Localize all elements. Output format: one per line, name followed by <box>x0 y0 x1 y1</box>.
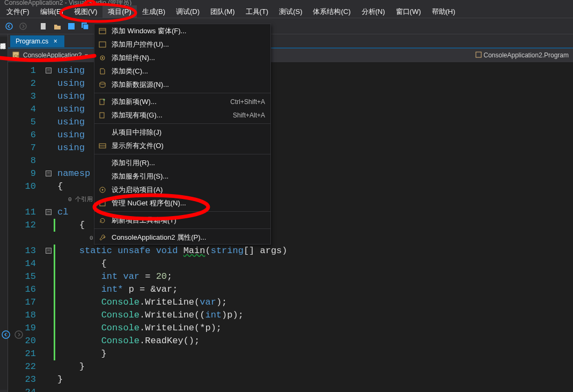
menu-item[interactable]: 管理 NuGet 程序包(N)... <box>94 196 270 210</box>
fold-gutter[interactable] <box>46 335 55 347</box>
fold-gutter[interactable] <box>46 219 55 232</box>
fold-gutter[interactable]: − <box>46 64 55 77</box>
code-line[interactable]: 4using <box>8 103 573 116</box>
menu-调试(D)[interactable]: 调试(D) <box>171 5 205 18</box>
new-file-icon[interactable] <box>38 20 49 32</box>
menu-item[interactable]: 从项目中排除(J) <box>94 125 270 139</box>
fold-gutter[interactable] <box>46 296 55 309</box>
menu-团队(M)[interactable]: 团队(M) <box>205 5 240 18</box>
code-line[interactable]: 18 Console.WriteLine((int)p); <box>8 309 573 322</box>
menu-分析(N)[interactable]: 分析(N) <box>356 5 391 18</box>
code-text[interactable]: { <box>55 257 107 270</box>
code-line[interactable]: 8 <box>8 154 573 167</box>
code-line[interactable]: 9−namesp <box>8 167 573 180</box>
menu-文件(F)[interactable]: 文件(F) <box>1 5 35 18</box>
code-line[interactable]: 23} <box>8 373 573 386</box>
fold-gutter[interactable] <box>46 322 55 335</box>
code-text[interactable]: } <box>55 360 85 373</box>
code-line[interactable]: 1−using <box>8 64 573 77</box>
code-text[interactable]: { <box>55 219 85 232</box>
code-text[interactable]: cl <box>55 206 68 219</box>
menu-工具(T)[interactable]: 工具(T) <box>240 5 274 18</box>
code-text[interactable]: using <box>55 90 85 103</box>
menu-生成(B)[interactable]: 生成(B) <box>137 5 171 18</box>
nav-back-button[interactable] <box>1 330 11 339</box>
code-line[interactable]: 22 } <box>8 360 573 373</box>
fold-gutter[interactable] <box>46 257 55 270</box>
code-line[interactable]: 24 <box>8 386 573 392</box>
breadcrumb-right[interactable]: ConsoleApplication2.Program <box>475 51 569 59</box>
code-line[interactable]: 10{ <box>8 180 573 193</box>
menu-item[interactable]: 设为启动项目(A) <box>94 183 270 196</box>
fold-gutter[interactable]: − <box>46 206 55 219</box>
fold-gutter[interactable] <box>46 373 55 386</box>
fold-gutter[interactable] <box>46 180 55 193</box>
code-text[interactable]: using <box>55 64 85 77</box>
code-text[interactable]: Console.ReadKey(); <box>55 335 200 347</box>
code-text[interactable]: int* p = &var; <box>55 283 178 296</box>
fold-gutter[interactable] <box>46 386 55 392</box>
code-text[interactable]: using <box>55 103 85 116</box>
save-icon[interactable] <box>65 20 77 32</box>
nav-back-icon[interactable] <box>3 20 15 32</box>
code-text[interactable]: namesp <box>55 167 90 180</box>
code-line[interactable]: 11−cl <box>8 206 573 219</box>
code-line[interactable]: 21 } <box>8 347 573 360</box>
menu-编辑(E)[interactable]: 编辑(E) <box>35 5 69 18</box>
code-text[interactable]: using <box>55 77 85 90</box>
code-line[interactable]: 15 int var = 20; <box>8 270 573 283</box>
fold-minus-icon[interactable]: − <box>46 248 52 254</box>
code-line[interactable]: 16 int* p = &var; <box>8 283 573 296</box>
nav-fwd-icon[interactable] <box>17 20 29 32</box>
fold-gutter[interactable] <box>46 103 55 116</box>
fold-gutter[interactable] <box>46 116 55 129</box>
fold-gutter[interactable] <box>46 129 55 142</box>
menu-item[interactable]: 添加组件(N)... <box>94 51 270 64</box>
code-text[interactable]: using <box>55 129 85 142</box>
menu-item[interactable]: 添加现有项(G)...Shift+Alt+A <box>94 108 270 122</box>
code-text[interactable]: Console.WriteLine((int)p); <box>55 309 244 322</box>
menu-视图(V)[interactable]: 视图(V) <box>69 5 102 18</box>
fold-minus-icon[interactable]: − <box>46 209 52 215</box>
menu-测试(S)[interactable]: 测试(S) <box>274 5 307 18</box>
code-line[interactable]: 19 Console.WriteLine(*p); <box>8 322 573 335</box>
code-line[interactable]: 0 个引用 <box>8 193 573 206</box>
menu-item[interactable]: 刷新项目工具箱项(T) <box>94 213 270 227</box>
fold-gutter[interactable] <box>46 347 55 360</box>
menu-item[interactable]: 添加用户控件(U)... <box>94 38 270 51</box>
menu-项目(P)[interactable]: 项目(P) <box>102 5 136 18</box>
menu-item[interactable]: ConsoleApplication2 属性(P)... <box>94 231 270 244</box>
menu-item[interactable]: 添加 Windows 窗体(F)... <box>94 24 270 38</box>
menu-item[interactable]: 添加新项(W)...Ctrl+Shift+A <box>94 95 270 108</box>
menu-窗口(W)[interactable]: 窗口(W) <box>391 5 427 18</box>
code-text[interactable]: static unsafe void Main(string[] args) <box>55 245 288 257</box>
fold-minus-icon[interactable]: − <box>46 68 52 73</box>
code-text[interactable]: { <box>55 180 63 193</box>
fold-gutter[interactable] <box>46 270 55 283</box>
menu-体系结构(C)[interactable]: 体系结构(C) <box>307 5 356 18</box>
code-line[interactable]: 17 Console.WriteLine(var); <box>8 296 573 309</box>
code-editor[interactable]: 1−using2using3using4using5using6using7us… <box>8 62 573 392</box>
code-line[interactable]: 20 Console.ReadKey(); <box>8 335 573 347</box>
code-text[interactable]: } <box>55 373 63 386</box>
code-line[interactable]: 13− static unsafe void Main(string[] arg… <box>8 245 573 257</box>
code-line[interactable]: 14 { <box>8 257 573 270</box>
fold-minus-icon[interactable]: − <box>46 171 52 176</box>
fold-gutter[interactable] <box>46 283 55 296</box>
fold-gutter[interactable] <box>46 77 55 90</box>
fold-gutter[interactable] <box>46 90 55 103</box>
breadcrumb[interactable]: C# ConsoleApplication2 ▾ ConsoleApplicat… <box>8 48 573 62</box>
code-text[interactable]: int var = 20; <box>55 270 172 283</box>
open-folder-icon[interactable] <box>52 20 63 32</box>
code-line[interactable]: 2using <box>8 77 573 90</box>
fold-gutter[interactable]: − <box>46 245 55 257</box>
fold-gutter[interactable] <box>46 142 55 154</box>
code-text[interactable]: using <box>55 142 85 154</box>
menu-item[interactable]: 添加服务引用(S)... <box>94 169 270 183</box>
code-text[interactable]: 0 个引用 <box>55 193 93 206</box>
fold-gutter[interactable] <box>46 232 55 245</box>
menu-item[interactable]: 添加新数据源(N)... <box>94 78 270 91</box>
fold-gutter[interactable] <box>46 193 55 206</box>
fold-gutter[interactable] <box>46 154 55 167</box>
menu-帮助(H)[interactable]: 帮助(H) <box>427 5 461 18</box>
